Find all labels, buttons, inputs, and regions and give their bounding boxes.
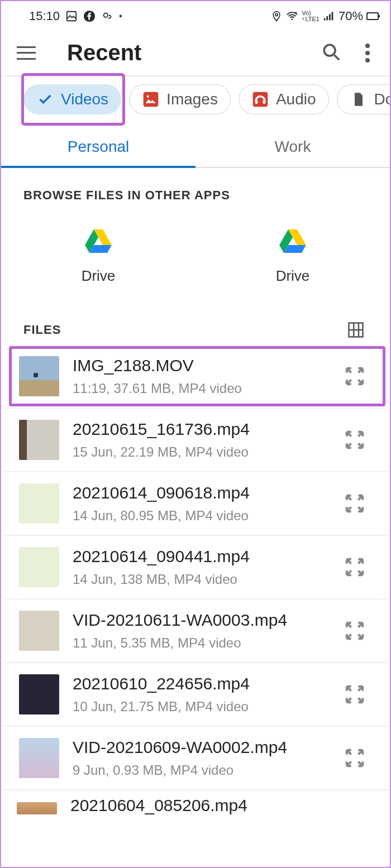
file-meta: 15 Jun, 22.19 MB, MP4 video [73,444,334,460]
file-name: 20210614_090618.mp4 [73,483,334,502]
svg-point-12 [147,95,149,98]
browse-header: BROWSE FILES IN OTHER APPS [1,168,390,203]
file-row[interactable]: VID-20210609-WA0002.mp49 Jun, 0.93 MB, M… [3,727,388,790]
file-thumbnail [19,611,59,651]
annotation-highlight [21,73,125,126]
chip-label: Images [166,90,218,108]
expand-icon[interactable] [344,620,365,641]
file-list: IMG_2188.MOV11:19, 37.61 MB, MP4 video20… [1,344,390,790]
svg-rect-0 [67,12,77,21]
file-meta: 14 Jun, 138 MB, MP4 video [73,572,334,587]
file-name: VID-20210609-WA0002.mp4 [73,738,334,757]
svg-point-2 [104,13,108,17]
file-name: 20210604_085206.mp4 [70,796,368,815]
chip-label: Doc [374,90,390,108]
audio-icon [251,90,269,108]
file-meta: 14 Jun, 80.95 MB, MP4 video [73,508,334,524]
search-icon[interactable] [322,42,341,64]
weather-icon [101,10,113,22]
file-thumbnail [19,356,59,396]
app-toolbar: Recent [1,28,390,75]
svg-rect-14 [255,100,258,104]
picture-icon [65,10,78,22]
chip-documents[interactable]: Doc [337,84,390,114]
files-header: FILES [1,297,390,344]
grid-view-icon[interactable] [347,322,364,338]
svg-point-4 [292,18,293,20]
file-thumbnail [19,674,59,714]
svg-rect-8 [332,12,333,21]
svg-line-10 [335,55,340,60]
file-thumbnail [19,420,59,460]
facebook-icon [83,10,96,22]
file-name: 20210615_161736.mp4 [73,420,334,439]
app-drive[interactable]: Drive [196,228,390,285]
svg-point-3 [275,13,278,16]
file-name: 20210614_090441.mp4 [73,547,334,566]
app-grid: Drive Drive [1,203,390,297]
expand-icon[interactable] [344,429,365,450]
more-icon[interactable] [365,44,370,63]
file-row[interactable]: 20210614_090618.mp414 Jun, 80.95 MB, MP4… [3,472,388,536]
expand-icon[interactable] [344,493,365,514]
svg-rect-5 [324,18,326,21]
file-row[interactable]: 20210610_224656.mp410 Jun, 21.75 MB, MP4… [3,663,388,727]
file-meta: 11 Jun, 5.35 MB, MP4 video [73,635,334,651]
file-thumbnail [19,738,59,778]
document-icon [350,90,368,108]
app-label: Drive [82,267,116,285]
file-row[interactable]: IMG_2188.MOV11:19, 37.61 MB, MP4 video [3,344,388,409]
chip-images[interactable]: Images [129,84,231,114]
signal-icon [323,10,335,22]
profile-tabs: Personal Work [1,124,390,168]
expand-icon[interactable] [344,684,365,705]
svg-rect-7 [329,14,331,20]
file-meta: 10 Jun, 21.75 MB, MP4 video [73,699,334,714]
file-thumbnail [19,547,59,587]
file-row-partial[interactable]: 20210604_085206.mp4 [1,790,390,821]
app-drive[interactable]: Drive [1,228,196,285]
tab-work[interactable]: Work [196,124,390,167]
status-bar: 15:10 • Vo)+LTE1 70% [1,1,390,28]
expand-icon[interactable] [344,557,365,578]
file-thumbnail [19,483,59,524]
svg-point-9 [324,45,335,56]
svg-rect-15 [263,100,266,104]
file-row[interactable]: VID-20210611-WA0003.mp411 Jun, 5.35 MB, … [3,600,388,663]
battery-percent: 70% [338,9,363,23]
expand-icon[interactable] [344,747,365,769]
svg-rect-6 [326,16,328,20]
file-thumbnail [17,802,57,814]
tab-personal[interactable]: Personal [1,124,196,167]
drive-icon [279,228,306,255]
file-row[interactable]: 20210615_161736.mp415 Jun, 22.19 MB, MP4… [3,409,388,472]
file-row[interactable]: 20210614_090441.mp414 Jun, 138 MB, MP4 v… [3,536,388,600]
files-label: FILES [23,323,61,337]
location-icon [270,10,283,22]
file-meta: 9 Jun, 0.93 MB, MP4 video [73,763,334,778]
file-name: 20210610_224656.mp4 [73,674,334,693]
wifi-icon [286,10,298,22]
menu-icon[interactable] [17,46,36,60]
svg-rect-13 [253,92,268,107]
file-meta: 11:19, 37.61 MB, MP4 video [73,381,334,396]
battery-icon [366,12,379,20]
dot-icon: • [119,11,122,21]
app-label: Drive [276,267,310,285]
svg-rect-11 [144,92,159,107]
clock: 15:10 [29,9,60,23]
file-name: VID-20210611-WA0003.mp4 [73,611,334,630]
chip-label: Audio [276,90,316,108]
expand-icon[interactable] [344,366,365,387]
lte-icon: Vo)+LTE1 [302,10,320,22]
page-title: Recent [67,40,322,65]
drive-icon [85,228,112,255]
chip-audio[interactable]: Audio [239,84,329,114]
file-name: IMG_2188.MOV [73,356,334,375]
image-icon [142,90,160,108]
